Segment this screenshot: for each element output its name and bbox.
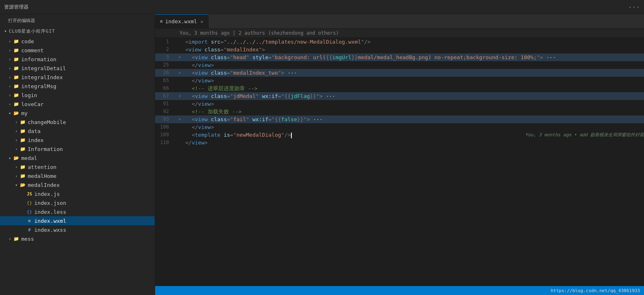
line-number: 110	[155, 139, 175, 146]
titlebar: 资源管理器 ···	[0, 0, 644, 14]
code-line-92: 92 <!-- 加载失败 -->	[155, 108, 644, 115]
medal-arrow-icon	[7, 155, 13, 161]
sidebar-item-integralDetail[interactable]: 📁 integralDetail	[0, 64, 155, 73]
changeMobile-arrow-icon	[13, 119, 20, 125]
sidebar-item-integralIndex[interactable]: 📁 integralIndex	[0, 73, 155, 82]
json-file-icon: {}	[26, 200, 33, 206]
sidebar-item-label: attention	[28, 164, 56, 170]
integralMsg-arrow-icon	[7, 83, 13, 89]
line-gutter[interactable]	[175, 100, 184, 108]
sidebar-item-code[interactable]: 📁 code	[0, 37, 155, 46]
Information-folder-icon: 📁	[20, 146, 26, 152]
line-content: <template is="newMedalDialog"/>	[184, 131, 517, 139]
wxss-file-icon: #	[26, 226, 33, 233]
medal-folder-icon: 📂	[13, 155, 20, 161]
sidebar-item-medalIndex[interactable]: 📂 medalIndex	[0, 180, 155, 189]
sidebar-item-loveCar[interactable]: 📁 loveCar	[0, 100, 155, 109]
tab-file-icon: ≡	[160, 19, 163, 24]
open-editors-label: 打开的编辑器	[8, 18, 35, 23]
sidebar-item-medalHome[interactable]: 📁 medalHome	[0, 171, 155, 180]
line-gutter[interactable]	[175, 77, 184, 84]
code-line-26: 26 › <view class="medalIndex_two"> ···	[155, 69, 644, 77]
line-gutter[interactable]	[175, 139, 184, 146]
editor-area: ≡ index.wxml ✕ You, 3 months ago | 2 aut…	[155, 14, 644, 295]
code-line-109: 109 <template is="newMedalDialog"/> You,…	[155, 131, 644, 139]
sidebar-item-changeMobile[interactable]: 📁 changeMobile	[0, 118, 155, 126]
sidebar-item-information[interactable]: 📁 information	[0, 55, 155, 64]
code-line-3: 3 › <view class="head" style="background…	[155, 53, 644, 61]
sidebar-item-attention[interactable]: 📁 attention	[0, 162, 155, 171]
line-gutter[interactable]	[175, 38, 184, 46]
login-folder-icon: 📁	[13, 92, 20, 98]
line-gutter-expand[interactable]: ›	[175, 69, 184, 77]
sidebar-item-label: changeMobile	[28, 119, 66, 125]
line-content: </view>	[184, 123, 644, 131]
line-gutter[interactable]	[175, 46, 184, 53]
more-actions-button[interactable]: ···	[628, 3, 640, 11]
js-file-icon: JS	[26, 191, 33, 197]
code-line-66: 66 <!-- 进翠层进度勋章 -->	[155, 84, 644, 92]
code-line-67: 67 › <view class="jdMedal" wx:if="{{jdFl…	[155, 92, 644, 100]
line-gutter-expand[interactable]: ›	[175, 92, 184, 100]
line-number: 108	[155, 123, 175, 131]
comment-folder-icon: 📁	[13, 47, 20, 53]
mess-arrow-icon	[7, 235, 13, 242]
line-number: 2	[155, 46, 175, 53]
code-line-93: 93 › <view class="fail" wx:if="{{false}}…	[155, 115, 644, 123]
code-folder-icon: 📁	[13, 38, 20, 44]
tab-bar: ≡ index.wxml ✕	[155, 14, 644, 29]
line-content: </view>	[184, 61, 644, 69]
sidebar-item-integralMsg[interactable]: 📁 integralMsg	[0, 82, 155, 91]
sidebar-item-my[interactable]: 📂 my	[0, 109, 155, 118]
information-arrow-icon	[7, 56, 13, 62]
comment-arrow-icon	[7, 47, 13, 53]
medalHome-arrow-icon	[13, 173, 20, 179]
sidebar-item-mess[interactable]: 📁 mess	[0, 234, 155, 243]
sidebar-item-medal[interactable]: 📂 medal	[0, 153, 155, 162]
sidebar-item-label: comment	[21, 47, 44, 53]
line-content: <view class="medalIndex_two"> ···	[184, 69, 644, 77]
line-content: <view class="jdMedal" wx:if="{{jdFlag}}"…	[184, 92, 644, 100]
line-content: <view class="medalIndex">	[184, 46, 644, 53]
sidebar-item-index-wxml[interactable]: ≡ index.wxml	[0, 216, 155, 225]
line-gutter[interactable]	[175, 108, 184, 115]
line-content: <view class="fail" wx:if="{{false}}"> ··…	[184, 115, 644, 123]
line-number: 66	[155, 84, 175, 92]
tab-label: index.wxml	[165, 18, 197, 24]
sidebar-item-label: code	[21, 38, 34, 44]
tab-close-button[interactable]: ✕	[200, 19, 203, 24]
line-content: </view>	[184, 77, 644, 84]
line-gutter-expand[interactable]: ›	[175, 115, 184, 123]
status-url[interactable]: https://blog.csdn.net/qq_43061933	[551, 288, 640, 293]
data-folder-icon: 📁	[20, 128, 26, 134]
root-folder-header[interactable]: CLUB星途小程序GIT	[0, 25, 155, 37]
line-gutter[interactable]	[175, 84, 184, 92]
sidebar-item-comment[interactable]: 📁 comment	[0, 46, 155, 55]
sidebar-item-index-less[interactable]: {} index.less	[0, 207, 155, 216]
integralIndex-folder-icon: 📁	[13, 74, 20, 80]
sidebar-item-login[interactable]: 📁 login	[0, 91, 155, 100]
line-gutter[interactable]	[175, 61, 184, 69]
sidebar-item-index-js[interactable]: JS index.js	[0, 189, 155, 198]
sidebar-item-index-wxss[interactable]: # index.wxss	[0, 225, 155, 234]
line-content: <!-- 加载失败 -->	[184, 108, 644, 115]
code-line-65: 65 </view>	[155, 77, 644, 84]
open-editors-section[interactable]: 打开的编辑器	[0, 14, 155, 25]
active-tab[interactable]: ≡ index.wxml ✕	[155, 14, 209, 28]
sidebar-item-data[interactable]: 📁 data	[0, 126, 155, 135]
sidebar-item-Information[interactable]: 📁 Information	[0, 144, 155, 153]
sidebar-item-index[interactable]: 📁 index	[0, 135, 155, 144]
sidebar-item-label: index.wxss	[34, 227, 66, 233]
line-content: <!-- 进翠层进度勋章 -->	[184, 84, 644, 92]
code-editor[interactable]: 1 <import src="../../../../templates/new…	[155, 38, 644, 286]
sidebar: 打开的编辑器 CLUB星途小程序GIT 📁 code 📁 comment 📁 i…	[0, 14, 155, 295]
line-gutter-expand[interactable]: ›	[175, 53, 184, 61]
integralDetail-folder-icon: 📁	[13, 65, 20, 71]
sidebar-item-label: index.less	[34, 209, 66, 215]
line-number: 109	[155, 131, 175, 139]
line-gutter[interactable]	[175, 123, 184, 131]
medalIndex-folder-icon: 📂	[20, 182, 26, 188]
sidebar-item-index-json[interactable]: {} index.json	[0, 198, 155, 207]
integralIndex-arrow-icon	[7, 74, 13, 80]
data-arrow-icon	[13, 128, 20, 134]
